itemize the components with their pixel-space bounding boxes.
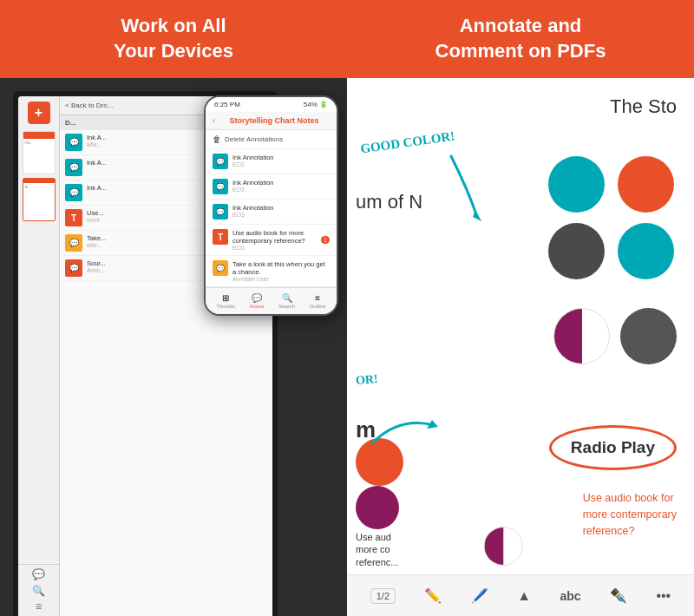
top-banner: Work on All Your Devices Annotate and Co… — [0, 0, 694, 78]
banner-left-title: Work on All Your Devices — [114, 14, 233, 63]
annot-icon-4: T — [65, 209, 82, 226]
thumbnail-item-2[interactable]: St — [23, 178, 56, 221]
circle-teal-1 — [548, 156, 605, 213]
more-icon: ••• — [656, 588, 671, 604]
phone-icon-1: 💬 — [213, 154, 228, 169]
phone-nav-title: Storytelling Chart Notes — [219, 116, 330, 125]
thumbnail-item-1[interactable]: The — [23, 131, 56, 174]
phone-bottom-bar: ⊞ Thumbs 💬 Annos 🔍 Search ≡ Outline — [206, 287, 337, 314]
tool-shape[interactable]: ▲ — [517, 588, 531, 604]
circle-maroon-small — [356, 486, 399, 529]
phone-back-button[interactable]: ‹ — [213, 116, 215, 125]
phone-item-title-2: Ink Annotation — [232, 179, 330, 187]
small-pie-white — [503, 528, 522, 565]
annot-icon-3: 💬 — [65, 184, 82, 201]
pen-icon: 🖊️ — [471, 587, 488, 604]
phone-delete-bar: 🗑 Delete Annotations — [206, 130, 337, 149]
annot-icon-5: 💬 — [65, 234, 82, 252]
app-sidebar-thumbs: + The St — [18, 96, 60, 564]
phone-list-item-5[interactable]: 💬 Take a look at this when you get a cha… — [206, 256, 337, 287]
radio-play-container: Radio Play — [549, 425, 677, 470]
highlight-icon: ✏️ — [424, 587, 442, 604]
circle-teal-2 — [618, 223, 674, 279]
pie-chart-1 — [553, 308, 610, 364]
add-button[interactable]: + — [28, 102, 50, 124]
tool-more[interactable]: ••• — [656, 588, 671, 604]
outline-label: Outline — [310, 304, 326, 309]
pie-segment-1 — [554, 309, 582, 364]
phone-icon-5: 💬 — [213, 260, 228, 276]
phone-list-item-2[interactable]: 💬 Ink Annotation ECG — [206, 174, 337, 200]
phone-nav-bar: ‹ Storytelling Chart Notes — [206, 112, 337, 130]
banner-left: Work on All Your Devices — [0, 14, 347, 63]
small-pie-chart — [484, 527, 523, 566]
phone-item-sub-3: ECG — [232, 212, 330, 218]
partial-bottom-text: Use audmore coreferenc... — [356, 531, 399, 568]
tool-highlight[interactable]: ✏️ — [424, 587, 442, 604]
phone-item-text-5: Take a look at this when you get a chanc… — [232, 260, 330, 282]
banner-left-line2: Your Devices — [114, 40, 233, 62]
annos-icon: 💬 — [252, 293, 262, 303]
page-indicator-btn: 1/2 — [370, 588, 396, 604]
search-icon: 🔍 — [282, 293, 292, 303]
phone-item-sub-1: ECG — [232, 161, 330, 167]
annotation-or-text: OR! — [355, 372, 378, 388]
annotation-arrow-2 — [364, 399, 451, 451]
page-indicator: 1/2 — [370, 588, 396, 604]
annotation-arrow — [399, 147, 503, 234]
pdf-title: The Sto — [610, 95, 677, 118]
delete-label[interactable]: Delete Annotations — [225, 135, 283, 143]
phone-item-title-1: Ink Annotation — [232, 154, 330, 161]
annot-icon-1: 💬 — [65, 134, 82, 151]
sidebar-outline-icon[interactable]: ≡ — [36, 600, 42, 613]
pdf-content: The Sto GOOD COLOR! um of N — [347, 78, 694, 616]
phone-list-item-4[interactable]: T Use audio book for more contemporary r… — [206, 225, 337, 256]
sidebar-search-icon[interactable]: 🔍 — [32, 585, 45, 597]
annot-icon-6: 💬 — [65, 259, 82, 277]
banner-right-title: Annotate and Comment on PDFs — [435, 14, 606, 63]
text-icon: abc — [560, 589, 580, 603]
annot-icon-2: 💬 — [65, 159, 82, 176]
back-text: < Back to Dro... — [65, 102, 113, 109]
tool-signature[interactable]: ✒️ — [610, 587, 627, 604]
phone-status-bar: 6:25 PM 54% 🔋 — [206, 97, 337, 112]
left-panel: + The St 💬 🔍 ≡ — [0, 78, 347, 616]
banner-right-line1: Annotate and — [460, 15, 582, 36]
comment-text: Use audio book formore contemporaryrefer… — [583, 492, 677, 537]
circle-gray — [620, 308, 677, 364]
thumbs-label: Thumbs — [216, 304, 235, 309]
tool-pen[interactable]: 🖊️ — [471, 587, 488, 604]
phone-item-sub-4: ECG — [232, 245, 317, 251]
phone-mockup: 6:25 PM 54% 🔋 ‹ Storytelling Chart Notes… — [204, 95, 338, 316]
phone-item-title-4: Use audio book for more contemporary ref… — [232, 229, 317, 245]
bottom-sidebar-buttons: 💬 🔍 ≡ — [18, 564, 60, 616]
phone-icon-4: T — [213, 229, 228, 245]
phone-tab-thumbs[interactable]: ⊞ Thumbs — [216, 293, 235, 309]
phone-tab-search[interactable]: 🔍 Search — [278, 293, 295, 309]
sidebar-annot-icon[interactable]: 💬 — [32, 568, 45, 580]
radio-play-label: Radio Play — [549, 425, 677, 470]
phone-item-sub-5: Annotate User — [232, 276, 330, 282]
banner-right-line2: Comment on PDFs — [435, 40, 606, 62]
circles-grid — [548, 156, 677, 279]
phone-list-item-1[interactable]: 💬 Ink Annotation ECG — [206, 149, 337, 174]
right-panel: The Sto GOOD COLOR! um of N — [347, 78, 694, 616]
phone-item-title-3: Ink Annotation — [232, 204, 330, 212]
pie-circles-row — [553, 308, 677, 364]
pdf-comment: Use audio book formore contemporaryrefer… — [583, 490, 677, 539]
phone-tab-outline[interactable]: ≡ Outline — [310, 293, 326, 309]
circle-orange — [618, 156, 674, 213]
phone-tab-annos[interactable]: 💬 Annos — [250, 293, 265, 309]
signature-icon: ✒️ — [610, 587, 627, 604]
phone-item-title-5: Take a look at this when you get a chanc… — [232, 260, 330, 276]
circle-dark — [548, 223, 605, 279]
phone-icon-2: 💬 — [213, 179, 228, 194]
phone-battery: 54% 🔋 — [304, 101, 328, 108]
tool-text[interactable]: abc — [560, 589, 580, 603]
thumbs-icon: ⊞ — [222, 293, 229, 303]
phone-time: 6:25 PM — [214, 101, 240, 108]
phone-list-item-3[interactable]: 💬 Ink Annotation ECG — [206, 200, 337, 225]
main-content: + The St 💬 🔍 ≡ — [0, 78, 694, 616]
pdf-toolbar: 1/2 ✏️ 🖊️ ▲ abc ✒️ ••• — [347, 574, 694, 616]
annos-label: Annos — [250, 304, 265, 309]
